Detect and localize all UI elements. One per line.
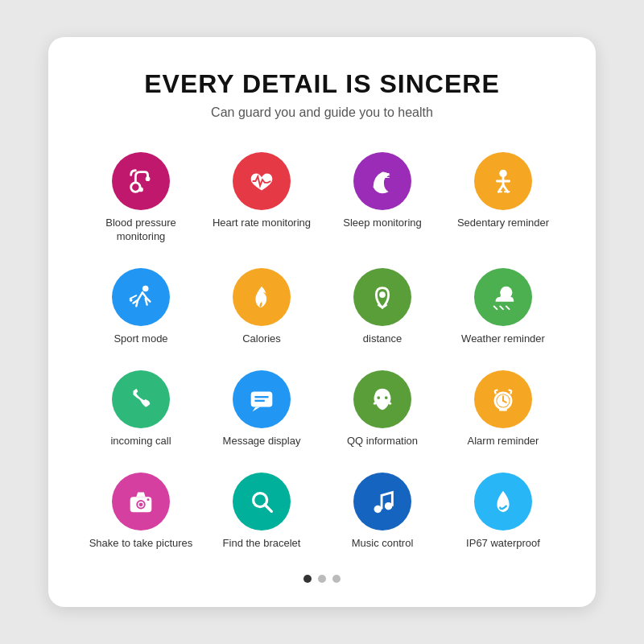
- feature-label-11: Alarm reminder: [468, 435, 539, 448]
- svg-point-24: [139, 502, 143, 506]
- feature-icon-search: [233, 473, 291, 530]
- subtitle: Can guard you and guide you to health: [80, 105, 564, 120]
- feature-item-7: Weather reminder: [443, 260, 564, 354]
- feature-item-4: Sport mode: [80, 260, 201, 354]
- pagination-dots: [80, 575, 564, 583]
- svg-rect-25: [147, 498, 150, 501]
- main-title: EVERY DETAIL IS SINCERE: [80, 69, 564, 99]
- feature-label-9: Message display: [223, 435, 301, 448]
- svg-point-5: [142, 286, 149, 292]
- svg-point-14: [385, 396, 388, 399]
- feature-item-15: IP67 waterproof: [443, 464, 564, 559]
- feature-item-10: QQ information: [322, 362, 443, 456]
- pagination-dot-1[interactable]: [318, 575, 326, 583]
- feature-icon-message: [233, 370, 291, 428]
- feature-label-13: Find the bracelet: [223, 537, 301, 551]
- feature-item-5: Calories: [201, 260, 322, 354]
- svg-marker-10: [253, 407, 261, 411]
- feature-icon-heartrate: [233, 152, 291, 210]
- feature-label-10: QQ information: [347, 435, 418, 448]
- feature-item-3: Sedentary reminder: [443, 144, 564, 252]
- svg-point-13: [377, 396, 380, 399]
- feature-label-1: Heart rate monitoring: [213, 217, 311, 230]
- header-section: EVERY DETAIL IS SINCERE Can guard you an…: [80, 69, 564, 120]
- feature-icon-camera: [112, 473, 170, 530]
- svg-point-0: [131, 183, 140, 192]
- feature-icon-qq: [353, 370, 411, 428]
- feature-item-6: distance: [322, 260, 443, 354]
- svg-point-2: [138, 188, 143, 192]
- feature-item-9: Message display: [201, 362, 322, 456]
- feature-icon-music: [353, 473, 411, 530]
- feature-icon-waterproof: [474, 473, 532, 530]
- feature-item-12: Shake to take pictures: [80, 464, 201, 559]
- svg-point-1: [146, 177, 151, 182]
- feature-label-6: distance: [363, 332, 402, 346]
- feature-item-1: Heart rate monitoring: [201, 144, 322, 252]
- feature-label-4: Sport mode: [114, 332, 167, 346]
- main-card: EVERY DETAIL IS SINCERE Can guard you an…: [48, 37, 596, 606]
- features-grid: Blood pressure monitoringHeart rate moni…: [80, 144, 564, 558]
- feature-label-8: incoming call: [110, 435, 171, 448]
- feature-item-8: incoming call: [80, 362, 201, 456]
- feature-label-15: IP67 waterproof: [466, 537, 540, 551]
- feature-item-11: Alarm reminder: [443, 362, 564, 456]
- feature-label-12: Shake to take pictures: [89, 537, 193, 551]
- feature-icon-phone: [112, 370, 170, 428]
- feature-icon-distance: [353, 268, 411, 326]
- svg-point-4: [499, 170, 507, 178]
- feature-item-0: Blood pressure monitoring: [80, 144, 201, 252]
- feature-icon-weather: [474, 268, 532, 326]
- feature-icon-calories: [233, 268, 291, 326]
- feature-label-5: Calories: [242, 332, 281, 346]
- feature-label-7: Weather reminder: [461, 332, 545, 346]
- feature-label-0: Blood pressure monitoring: [85, 217, 197, 244]
- feature-item-14: Music control: [322, 464, 443, 559]
- feature-label-14: Music control: [352, 537, 414, 551]
- svg-point-7: [379, 291, 386, 298]
- feature-icon-sport: [112, 268, 170, 326]
- feature-icon-sedentary: [474, 152, 532, 210]
- feature-icon-alarm: [474, 370, 532, 428]
- svg-text:Z: Z: [386, 171, 390, 180]
- feature-label-2: Sleep monitoring: [343, 217, 422, 230]
- feature-icon-stethoscope: [112, 152, 170, 210]
- svg-rect-9: [251, 391, 273, 407]
- feature-item-2: ZSleep monitoring: [322, 144, 443, 252]
- feature-item-13: Find the bracelet: [201, 464, 322, 559]
- svg-line-27: [265, 505, 272, 512]
- pagination-dot-2[interactable]: [332, 575, 341, 583]
- feature-icon-sleep: Z: [353, 152, 411, 210]
- pagination-dot-0[interactable]: [303, 575, 312, 583]
- feature-label-3: Sedentary reminder: [457, 217, 549, 230]
- svg-point-6: [130, 299, 133, 302]
